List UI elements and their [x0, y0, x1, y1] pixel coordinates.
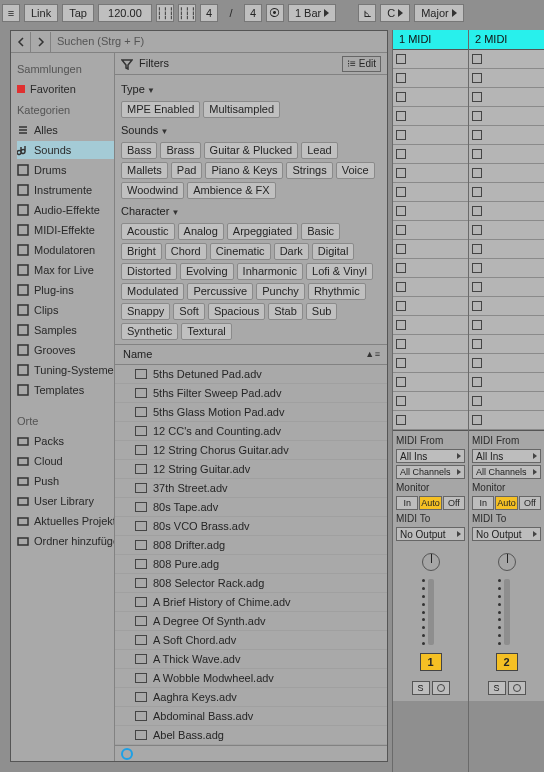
- filter-tag[interactable]: Snappy: [121, 303, 170, 320]
- clip-slot[interactable]: [393, 145, 468, 164]
- sidebar-item[interactable]: Instrumente: [17, 181, 114, 199]
- clip-slot[interactable]: [393, 164, 468, 183]
- file-row[interactable]: 5ths Detuned Pad.adv: [115, 365, 387, 384]
- filter-tag[interactable]: Guitar & Plucked: [204, 142, 299, 159]
- key-root-select[interactable]: C: [380, 4, 410, 22]
- sidebar-item[interactable]: Templates: [17, 381, 114, 399]
- io-input-select[interactable]: All Ins: [472, 449, 541, 463]
- sidebar-item[interactable]: Cloud: [17, 452, 114, 470]
- sidebar-item[interactable]: Samples: [17, 321, 114, 339]
- io-input-select[interactable]: All Ins: [396, 449, 465, 463]
- monitor-button[interactable]: Off: [443, 496, 465, 510]
- track-activator[interactable]: 2: [496, 653, 518, 671]
- clip-slot[interactable]: [393, 107, 468, 126]
- filter-tag[interactable]: Bright: [121, 243, 162, 260]
- sidebar-item[interactable]: User Library: [17, 492, 114, 510]
- clip-slot[interactable]: [393, 126, 468, 145]
- filter-tag[interactable]: Sub: [306, 303, 338, 320]
- sidebar-item[interactable]: Modulatoren: [17, 241, 114, 259]
- file-row[interactable]: A Brief History of Chime.adv: [115, 593, 387, 612]
- sidebar-item[interactable]: Tuning-Systeme: [17, 361, 114, 379]
- sort-icon[interactable]: ▲ ≡: [365, 348, 379, 361]
- file-row[interactable]: 808 Pure.adg: [115, 555, 387, 574]
- clip-slot[interactable]: [393, 297, 468, 316]
- clip-slot[interactable]: [393, 392, 468, 411]
- filter-tag[interactable]: Pad: [171, 162, 203, 179]
- clip-slot[interactable]: [469, 202, 544, 221]
- clip-slot[interactable]: [469, 50, 544, 69]
- io-channel-select[interactable]: All Channels: [396, 465, 465, 479]
- filter-tag[interactable]: MPE Enabled: [121, 101, 200, 118]
- sidebar-item[interactable]: Audio-Effekte: [17, 201, 114, 219]
- monitor-button[interactable]: In: [472, 496, 494, 510]
- clip-slot[interactable]: [469, 392, 544, 411]
- edit-filters-button[interactable]: ⁝≡Edit: [342, 56, 381, 72]
- clip-slot[interactable]: [393, 278, 468, 297]
- sidebar-item[interactable]: Plug-ins: [17, 281, 114, 299]
- clip-slot[interactable]: [393, 202, 468, 221]
- filter-tag[interactable]: Woodwind: [121, 182, 184, 199]
- file-row[interactable]: 12 CC's and Counting.adv: [115, 422, 387, 441]
- filter-tag[interactable]: Modulated: [121, 283, 184, 300]
- tap-button[interactable]: Tap: [62, 4, 94, 22]
- clip-slot[interactable]: [469, 373, 544, 392]
- filter-tag[interactable]: Synthetic: [121, 323, 178, 340]
- filter-tag[interactable]: Textural: [181, 323, 232, 340]
- io-output-select[interactable]: No Output: [396, 527, 465, 541]
- filter-tag[interactable]: Soft: [173, 303, 205, 320]
- pan-knob[interactable]: [498, 553, 516, 571]
- clip-slot[interactable]: [469, 69, 544, 88]
- track-title[interactable]: 1 MIDI: [393, 30, 468, 50]
- file-row[interactable]: 80s VCO Brass.adv: [115, 517, 387, 536]
- nudge-icon[interactable]: ┆┆┆: [178, 4, 196, 22]
- metronome-icon[interactable]: ┆┆┆: [156, 4, 174, 22]
- sidebar-item[interactable]: Clips: [17, 301, 114, 319]
- file-row[interactable]: 37th Street.adv: [115, 479, 387, 498]
- clip-slot[interactable]: [469, 316, 544, 335]
- sidebar-item[interactable]: Grooves: [17, 341, 114, 359]
- record-arm-button[interactable]: [432, 681, 450, 695]
- clip-slot[interactable]: [393, 69, 468, 88]
- filter-tag[interactable]: Evolving: [180, 263, 234, 280]
- monitor-button[interactable]: Auto: [419, 496, 441, 510]
- filter-tag[interactable]: Arpeggiated: [227, 223, 298, 240]
- sidebar-item[interactable]: Alles: [17, 121, 114, 139]
- filter-tag[interactable]: Chord: [165, 243, 207, 260]
- filter-tag[interactable]: Digital: [312, 243, 355, 260]
- time-sig-num[interactable]: 4: [200, 4, 218, 22]
- sidebar-item[interactable]: Favoriten: [17, 80, 114, 98]
- key-icon[interactable]: ⊾: [358, 4, 376, 22]
- nav-fwd-button[interactable]: [31, 32, 51, 52]
- clip-slot[interactable]: [469, 335, 544, 354]
- clip-slot[interactable]: [393, 88, 468, 107]
- solo-button[interactable]: S: [488, 681, 506, 695]
- filter-tag[interactable]: Acoustic: [121, 223, 175, 240]
- filter-tag[interactable]: Strings: [286, 162, 332, 179]
- clip-slot[interactable]: [393, 373, 468, 392]
- list-header[interactable]: Name ▲ ≡: [115, 345, 387, 365]
- filter-group-title[interactable]: Sounds: [121, 124, 381, 138]
- info-icon[interactable]: [121, 748, 133, 760]
- clip-slot[interactable]: [393, 50, 468, 69]
- io-channel-select[interactable]: All Channels: [472, 465, 541, 479]
- filter-tag[interactable]: Punchy: [256, 283, 305, 300]
- clip-slot[interactable]: [393, 411, 468, 430]
- file-row[interactable]: Abel Bass.adg: [115, 726, 387, 745]
- clip-slot[interactable]: [469, 354, 544, 373]
- clip-slot[interactable]: [469, 183, 544, 202]
- file-list[interactable]: 5ths Detuned Pad.adv5ths Filter Sweep Pa…: [115, 365, 387, 745]
- file-row[interactable]: Abdominal Bass.adv: [115, 707, 387, 726]
- filter-tag[interactable]: Analog: [178, 223, 224, 240]
- file-row[interactable]: 808 Selector Rack.adg: [115, 574, 387, 593]
- key-scale-select[interactable]: Major: [414, 4, 464, 22]
- solo-button[interactable]: S: [412, 681, 430, 695]
- filter-tag[interactable]: Basic: [301, 223, 340, 240]
- filter-tag[interactable]: Rhythmic: [308, 283, 366, 300]
- volume-fader[interactable]: [504, 579, 510, 645]
- monitor-button[interactable]: In: [396, 496, 418, 510]
- metronome-toggle[interactable]: ⦿: [266, 4, 284, 22]
- clip-slot[interactable]: [469, 107, 544, 126]
- track-activator[interactable]: 1: [420, 653, 442, 671]
- file-row[interactable]: A Soft Chord.adv: [115, 631, 387, 650]
- clip-slot[interactable]: [393, 221, 468, 240]
